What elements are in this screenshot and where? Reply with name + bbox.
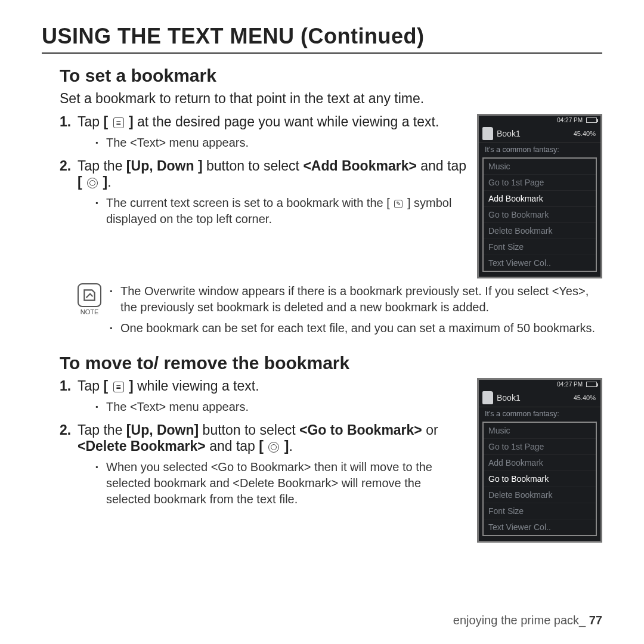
text: <Go to Bookmark>: [299, 422, 422, 438]
section2-step2: Tap the [Up, Down] button to select <Go …: [60, 422, 467, 507]
page-footer: enjoying the prime pack_ 77: [453, 614, 602, 627]
section2-step1-sub: The <Text> menu appears.: [95, 399, 467, 415]
page-title: USING THE TEXT MENU (Continued): [42, 24, 602, 54]
section2-step2-sub: When you selected <Go to Bookmark> then …: [95, 459, 467, 507]
select-icon: [87, 178, 98, 188]
menu-item: Music: [484, 159, 596, 174]
battery-icon: [586, 117, 597, 123]
menu-item: Go to Bookmark: [484, 206, 596, 222]
text: The current text screen is set to a book…: [106, 196, 386, 209]
text: Tap the: [78, 158, 126, 174]
menu-item: Text Viewer Col..: [484, 519, 596, 535]
text: and tap: [417, 158, 466, 174]
text: Tap: [78, 114, 103, 129]
device1-menu: Music Go to 1st Page Add Bookmark Go to …: [482, 157, 597, 272]
text: while viewing a text.: [134, 378, 259, 394]
device2-book: Book1: [497, 393, 521, 402]
text: at the desired page you want while viewi…: [134, 114, 439, 129]
menu-item: Go to 1st Page: [484, 174, 596, 190]
section1-step2-sub: The current text screen is set to a book…: [95, 195, 467, 227]
menu-icon: [113, 117, 124, 128]
page-number: 77: [589, 614, 602, 627]
page-icon: [482, 391, 493, 404]
device1-percent: 45.40%: [574, 130, 596, 137]
text: <Add Bookmark>: [303, 158, 416, 174]
device-screenshot-2: 04:27 PM Book1 45.40% It's a common fant…: [477, 378, 602, 543]
device2-percent: 45.40%: [574, 394, 596, 401]
text: button to select: [199, 422, 299, 438]
menu-icon: [113, 382, 124, 392]
select-icon: [268, 442, 279, 453]
device2-fantasy: It's a common fantasy:: [479, 407, 600, 419]
menu-item: Font Size: [484, 503, 596, 519]
menu-item-selected: Add Bookmark: [484, 190, 596, 206]
battery-icon: [586, 382, 597, 387]
menu-item: Add Bookmark: [484, 454, 596, 470]
device2-menu: Music Go to 1st Page Add Bookmark Go to …: [482, 422, 597, 536]
device2-time: 04:27 PM: [557, 381, 583, 388]
bookmark-icon: [394, 200, 402, 208]
menu-item: Go to 1st Page: [484, 438, 596, 454]
note-label: NOTE: [80, 308, 99, 315]
section1-step1: Tap [ ] at the desired page you want whi…: [60, 114, 467, 151]
menu-item: Music: [484, 423, 596, 438]
text: or: [422, 422, 438, 438]
note2: One bookmark can be set for each text fi…: [110, 320, 602, 336]
section2-step1: Tap [ ] while viewing a text. The <Text>…: [60, 378, 467, 415]
section1-step1-sub: The <Text> menu appears.: [95, 135, 467, 151]
device1-book: Book1: [497, 129, 521, 138]
section1-title: To set a bookmark: [60, 66, 602, 86]
device1-time: 04:27 PM: [557, 117, 583, 123]
menu-item: Text Viewer Col..: [484, 255, 596, 271]
menu-item: Font Size: [484, 239, 596, 255]
text: Up, Down: [131, 422, 194, 438]
note-icon: NOTE: [78, 283, 101, 315]
section2-title: To move to/ remove the bookmark: [60, 353, 602, 373]
menu-item: Delete Bookmark: [484, 487, 596, 503]
note1: The Overwrite window appears if there is…: [110, 283, 602, 315]
footer-text: enjoying the prime pack_: [453, 614, 589, 627]
text: <Delete Bookmark>: [78, 438, 206, 454]
page-icon: [482, 127, 493, 140]
menu-item: Delete Bookmark: [484, 222, 596, 239]
text: Tap: [78, 378, 103, 394]
section1-step2: Tap the [Up, Down ] button to select <Ad…: [60, 158, 467, 227]
device1-fantasy: It's a common fantasy:: [479, 143, 600, 155]
text: Up, Down: [131, 158, 198, 174]
text: and tap: [206, 438, 259, 454]
text: Tap the: [78, 422, 126, 438]
text: button to select: [203, 158, 304, 174]
menu-item-selected: Go to Bookmark: [484, 470, 596, 487]
section1-intro: Set a bookmark to return to that point i…: [60, 91, 602, 107]
device-screenshot-1: 04:27 PM Book1 45.40% It's a common fant…: [477, 114, 602, 278]
